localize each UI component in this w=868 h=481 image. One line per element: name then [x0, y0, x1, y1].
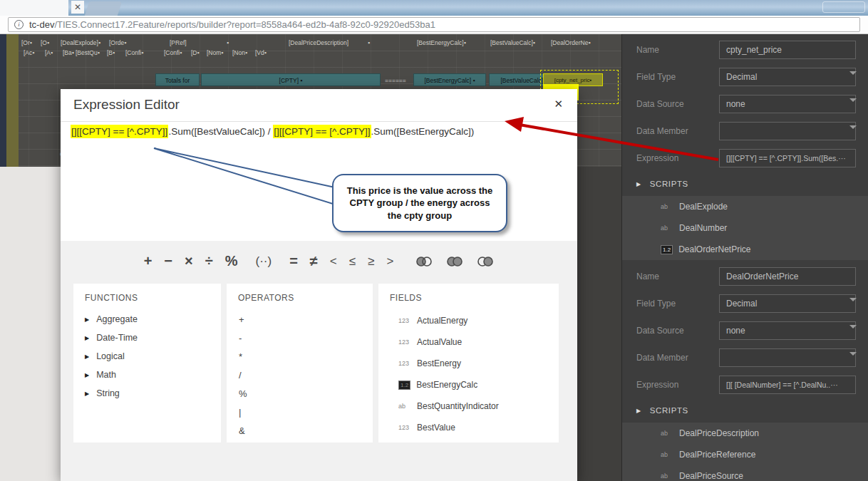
grid-cell[interactable]: [Or▪	[21, 39, 32, 46]
minus-button[interactable]: −	[164, 253, 172, 269]
grid-cell[interactable]: [B▪	[107, 49, 115, 56]
datamember-select[interactable]	[719, 122, 856, 140]
field-bestenergy[interactable]: 123BestEnergy	[378, 353, 559, 374]
field-label: BestEnergyCalc	[416, 380, 477, 390]
script-item-dealpricereference[interactable]: ab DealPriceReference	[622, 444, 868, 465]
function-category-datetime[interactable]: ▶Date-Time	[73, 329, 221, 347]
best-energy-calc-cell[interactable]: [BestEnergyCalc] ▪	[413, 73, 486, 86]
close-icon[interactable]: ✕	[554, 98, 563, 110]
datasource-select[interactable]: none	[719, 95, 856, 113]
prop-row-expression-2: Expression [][ [DealNumber] == [^.DealNu…	[622, 371, 868, 398]
grid-cell[interactable]: [Confi▪	[125, 49, 143, 56]
venn-right-icon[interactable]	[477, 256, 494, 267]
expression-text[interactable]: [][[CPTY] == [^.CPTY]].Sum([BestValueCal…	[71, 126, 474, 137]
page-info-icon[interactable]: i	[14, 20, 24, 29]
tab-close-icon[interactable]: ✕	[71, 1, 84, 14]
field-bestenergycalc[interactable]: 1.2BestEnergyCalc	[378, 374, 559, 395]
grid-cell[interactable]: [Nom▪	[207, 49, 223, 56]
operator-toolbar: + − × ÷ % (··) = ≠ < ≤ ≥ >	[61, 253, 577, 269]
not-equals-button[interactable]: ≠	[310, 253, 318, 269]
equals-button[interactable]: =	[289, 253, 298, 269]
fieldtype-select[interactable]: Decimal	[719, 294, 856, 313]
percent-button[interactable]: %	[225, 253, 238, 269]
field-label: BestEnergy	[417, 358, 461, 368]
datamember-label: Data Member	[636, 126, 688, 136]
picker-panels: FUNCTIONS ▶Aggregate ▶Date-Time ▶Logical…	[73, 284, 559, 443]
operator-ampersand[interactable]: &	[227, 421, 373, 440]
expression-input[interactable]: [][ [DealNumber] == [^.DealNu..···	[719, 376, 856, 394]
browser-tabstrip: ✕	[0, 0, 868, 16]
fieldtype-select[interactable]: Decimal	[719, 68, 856, 86]
field-bestquantityindicator[interactable]: abBestQuantityIndicator	[378, 395, 559, 417]
number-field-icon: 123	[398, 424, 411, 431]
greater-than-button[interactable]: >	[386, 254, 393, 269]
new-tab-button[interactable]	[85, 1, 122, 16]
parentheses-button[interactable]: (··)	[255, 254, 272, 269]
scripts-section-header-2[interactable]: ▶ SCRIPTS	[622, 398, 868, 423]
totals-for-cell[interactable]: Totals for	[155, 73, 200, 86]
grid-cell[interactable]: [Vd▪	[255, 49, 267, 56]
function-category-string[interactable]: ▶String	[73, 384, 221, 403]
grid-cell[interactable]: [Ba▪	[63, 49, 74, 56]
script-item-dealexplode[interactable]: ab DealExplode	[622, 196, 868, 217]
venn-left-icon[interactable]	[415, 256, 433, 267]
equals-separator: ======	[385, 77, 406, 84]
grid-cell[interactable]: [DealExplode]▪	[61, 39, 100, 46]
grid-cell[interactable]: [O▪	[41, 39, 49, 46]
operator-multiply[interactable]: *	[227, 347, 373, 366]
greater-equal-button[interactable]: ≥	[368, 254, 374, 269]
grid-cell[interactable]: [PRef]	[170, 39, 187, 46]
operator-modulo[interactable]: %	[227, 384, 373, 403]
field-bestvalue[interactable]: 123BestValue	[378, 417, 559, 438]
operator-minus[interactable]: -	[227, 329, 373, 347]
grid-cell[interactable]: ▪	[227, 39, 229, 46]
text-field-icon: ab	[661, 430, 673, 437]
script-item-dealpricesource[interactable]: ab DealPriceSource	[622, 465, 868, 481]
grid-cell[interactable]: [BestEnergyCalc]▪	[417, 39, 466, 46]
field-actualvalue[interactable]: 123ActualValue	[378, 331, 559, 353]
plus-button[interactable]: +	[144, 253, 153, 269]
expression-input[interactable]: [][[CPTY] == [^.CPTY]].Sum([Bes.···	[719, 149, 856, 167]
operator-divide[interactable]: /	[227, 366, 373, 384]
function-category-aggregate[interactable]: ▶Aggregate	[73, 310, 221, 329]
grid-cell[interactable]: [Ac▪	[24, 49, 34, 56]
name-input[interactable]: cpty_net_price	[719, 41, 856, 59]
less-equal-button[interactable]: ≤	[349, 254, 356, 269]
script-item-dealordernetprice[interactable]: 1.2 DealOrderNetPrice	[622, 239, 868, 260]
name-input[interactable]: DealOrderNetPrice	[719, 267, 856, 286]
grid-cell[interactable]: [Orde▪	[109, 39, 126, 46]
script-item-label: DealExplode	[679, 202, 728, 212]
window-controls[interactable]	[822, 1, 865, 13]
less-than-button[interactable]: <	[330, 254, 337, 269]
cpty-group-cell[interactable]: [CPTY] ▪	[201, 73, 381, 86]
browser-tab[interactable]	[0, 0, 68, 16]
divide-button[interactable]: ÷	[205, 253, 213, 269]
field-actualenergy[interactable]: 123ActualEnergy	[378, 310, 559, 331]
grid-cell[interactable]: [BestQu▪	[76, 49, 100, 56]
grid-cell[interactable]: [Confi▪	[164, 49, 182, 56]
grid-cell[interactable]: [D▪	[191, 49, 200, 56]
scripts-section-header[interactable]: ▶ SCRIPTS	[622, 172, 868, 196]
prop-row-name-2: Name DealOrderNetPrice	[622, 263, 868, 290]
grid-cell[interactable]: [DealPriceDescription]	[289, 39, 348, 46]
datasource-select[interactable]: none	[719, 321, 856, 340]
datasource-label: Data Source	[636, 99, 684, 109]
grid-cell[interactable]: [A▪	[45, 49, 53, 56]
function-category-logical[interactable]: ▶Logical	[73, 347, 221, 366]
grid-cell[interactable]: ▪	[368, 39, 370, 46]
operator-plus[interactable]: +	[227, 310, 373, 329]
venn-intersect-icon[interactable]	[446, 256, 463, 267]
datamember-select[interactable]	[719, 348, 856, 367]
fieldtype-label: Field Type	[636, 299, 676, 309]
script-item-dealnumber[interactable]: ab DealNumber	[622, 217, 868, 239]
grid-cell[interactable]: [DealOrderNe▪	[551, 39, 590, 46]
multiply-button[interactable]: ×	[185, 253, 193, 269]
expand-icon: ▶	[636, 181, 641, 187]
operator-pipe[interactable]: |	[227, 403, 373, 421]
grid-cell[interactable]: [Non▪	[232, 49, 247, 56]
fieldtype-label: Field Type	[636, 72, 676, 82]
grid-cell[interactable]: [BestValueCalc]▪	[490, 39, 535, 46]
script-item-dealpricedescription[interactable]: ab DealPriceDescription	[622, 423, 868, 444]
function-category-math[interactable]: ▶Math	[73, 366, 221, 384]
address-bar[interactable]: i tc-dev/TIES.Connect17.2Feature/reports…	[8, 17, 860, 32]
